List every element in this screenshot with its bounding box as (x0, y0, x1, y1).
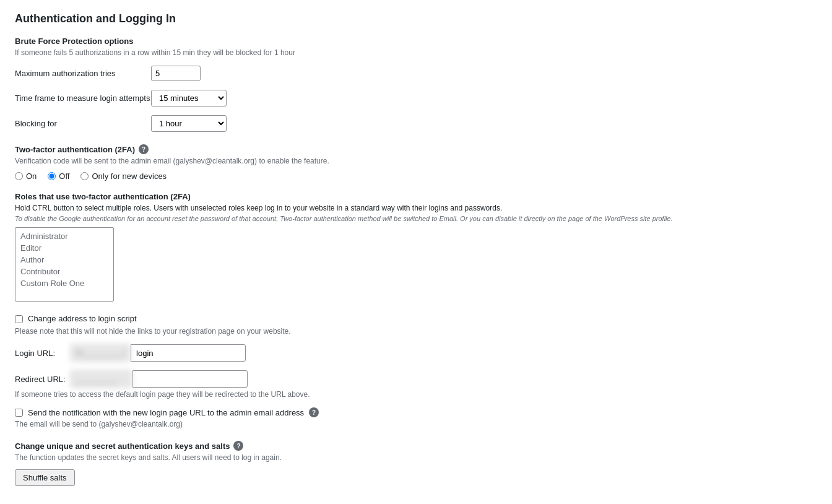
brute-force-desc: If someone fails 5 authorizations in a r… (15, 48, 817, 57)
login-script-checkbox[interactable] (15, 315, 23, 323)
timeframe-row: Time frame to measure login attempts 1 m… (15, 90, 817, 106)
redirect-url-base: __________ (71, 370, 132, 388)
tfa-radio-on-label[interactable]: On (15, 172, 37, 181)
tfa-title: Two-factor authentication (2FA) (15, 145, 135, 154)
tfa-radio-group: On Off Only for new devices (15, 172, 817, 181)
redirect-desc: If someone tries to access the default l… (15, 390, 817, 399)
roles-box-title: Roles that use two-factor authentication… (15, 192, 817, 201)
keys-help-icon[interactable]: ? (233, 441, 243, 451)
tfa-section: Two-factor authentication (2FA) ? Verifi… (15, 144, 817, 302)
tfa-radio-devices-label[interactable]: Only for new devices (80, 172, 167, 181)
tfa-help-icon[interactable]: ? (139, 144, 149, 154)
roles-box-section: Roles that use two-factor authentication… (15, 192, 817, 302)
redirect-url-row: Redirect URL: __________ (15, 370, 817, 388)
tfa-devices-text: Only for new devices (92, 172, 167, 181)
notification-email: The email will be send to (galyshev@clea… (15, 420, 817, 428)
tfa-radio-devices[interactable] (80, 172, 89, 180)
keys-title-row: Change unique and secret authentication … (15, 441, 817, 451)
role-contributor[interactable]: Contributor (18, 266, 111, 277)
max-auth-input-wrap (151, 66, 201, 81)
blocking-row: Blocking for 15 minutes 30 minutes 1 hou… (15, 115, 817, 132)
tfa-radio-off[interactable] (48, 172, 56, 180)
brute-force-section: Brute Force Protection options If someon… (15, 37, 817, 132)
timeframe-label: Time frame to measure login attempts (15, 93, 151, 103)
tfa-radio-on[interactable] (15, 172, 23, 180)
login-script-helper: Please note that this will not hide the … (15, 327, 817, 336)
keys-section: Change unique and secret authentication … (15, 441, 817, 486)
timeframe-select[interactable]: 1 minute 5 minutes 15 minutes 30 minutes… (151, 90, 227, 106)
role-custom-role-one[interactable]: Custom Role One (18, 277, 111, 289)
redirect-url-label: Redirect URL: (15, 375, 71, 384)
redirect-url-input[interactable] (132, 370, 248, 388)
login-script-section: Change address to login script Please no… (15, 314, 817, 428)
keys-title: Change unique and secret authentication … (15, 441, 230, 451)
roles-box-note: To disable the Google authentication for… (15, 215, 817, 222)
role-editor[interactable]: Editor (18, 242, 111, 254)
keys-desc: The function updates the secret keys and… (15, 453, 817, 462)
notification-checkbox[interactable] (15, 409, 23, 417)
tfa-radio-off-label[interactable]: Off (48, 172, 69, 181)
max-auth-label: Maximum authorization tries (15, 69, 151, 78)
login-url-label: Login URL: (15, 349, 71, 358)
login-script-label: Change address to login script (28, 314, 137, 323)
tfa-on-text: On (26, 172, 37, 181)
blocking-select[interactable]: 15 minutes 30 minutes 1 hour 6 hours 12 … (151, 115, 227, 132)
shuffle-salts-button[interactable]: Shuffle salts (15, 469, 75, 486)
notification-label: Send the notification with the new login… (28, 408, 304, 417)
blocking-label: Blocking for (15, 119, 151, 128)
role-administrator[interactable]: Administrator (18, 230, 111, 242)
role-author[interactable]: Author (18, 254, 111, 266)
page-wrapper: Authentication and Logging In Brute Forc… (0, 0, 832, 504)
tfa-title-row: Two-factor authentication (2FA) ? (15, 144, 817, 154)
login-script-checkbox-row: Change address to login script (15, 314, 817, 323)
max-auth-input[interactable] (151, 66, 201, 81)
notification-help-icon[interactable]: ? (309, 407, 319, 417)
login-url-input[interactable] (131, 344, 246, 362)
tfa-desc: Verification code will be sent to the ad… (15, 157, 817, 165)
brute-force-title: Brute Force Protection options (15, 37, 817, 46)
max-auth-row: Maximum authorization tries (15, 66, 817, 81)
login-url-base: ht__________/ (71, 344, 131, 362)
login-url-row: Login URL: ht__________/ (15, 344, 817, 362)
notification-row: Send the notification with the new login… (15, 407, 817, 417)
roles-box-desc: Hold CTRL button to select multiple role… (15, 204, 817, 212)
page-title: Authentication and Logging In (15, 12, 817, 25)
roles-listbox[interactable]: Administrator Editor Author Contributor … (15, 227, 114, 302)
tfa-off-text: Off (59, 172, 69, 181)
